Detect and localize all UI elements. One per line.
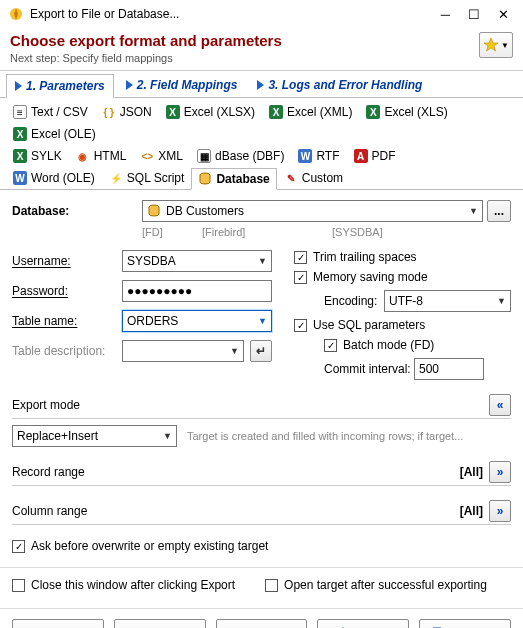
- format-xlsx[interactable]: XExcel (XLSX): [159, 101, 262, 123]
- format-sylk[interactable]: XSYLK: [6, 145, 69, 167]
- password-label: Password:: [12, 284, 122, 298]
- db-meta-sysdba: [SYSDBA]: [332, 226, 383, 238]
- username-label: Username:: [12, 254, 122, 268]
- export-mode-combo[interactable]: Replace+Insert▼: [12, 425, 177, 447]
- format-word-ole[interactable]: WWord (OLE): [6, 167, 102, 189]
- encoding-combo[interactable]: UTF-8▼: [384, 290, 511, 312]
- trim-spaces-checkbox[interactable]: ✓Trim trailing spaces: [294, 250, 511, 264]
- tab-logs[interactable]: 3. Logs and Error Handling: [249, 73, 430, 97]
- arrow-right-icon: [126, 80, 133, 90]
- open-after-export-checkbox[interactable]: Open target after successful exporting: [265, 578, 487, 592]
- password-input[interactable]: ●●●●●●●●●: [122, 280, 272, 302]
- db-meta-fd: [FD]: [142, 226, 202, 238]
- format-custom[interactable]: ✎Custom: [277, 167, 350, 189]
- window-title: Export to File or Database...: [30, 7, 441, 21]
- close-after-export-checkbox[interactable]: Close this window after clicking Export: [12, 578, 235, 592]
- commit-interval-input[interactable]: 500: [414, 358, 484, 380]
- use-sql-params-checkbox[interactable]: ✓Use SQL parameters: [294, 318, 511, 332]
- batch-mode-checkbox[interactable]: ✓Batch mode (FD): [324, 338, 511, 352]
- favorites-button[interactable]: ▼: [479, 32, 513, 58]
- arrow-right-icon: [15, 81, 22, 91]
- page-subtitle: Next step: Specify field mappings: [10, 52, 479, 64]
- tabledesc-action-button[interactable]: ↵: [250, 340, 272, 362]
- record-range-value: [All]: [460, 465, 483, 479]
- close-button[interactable]: ✕: [498, 7, 509, 22]
- username-combo[interactable]: SYSDBA▼: [122, 250, 272, 272]
- export-mode-label: Export mode: [12, 398, 80, 412]
- format-text-csv[interactable]: ≡Text / CSV: [6, 101, 95, 123]
- arrow-right-icon: [257, 80, 264, 90]
- minimize-button[interactable]: ─: [441, 7, 450, 22]
- database-combo[interactable]: DB Customers ▼: [142, 200, 483, 222]
- export-button[interactable]: Export: [317, 619, 409, 628]
- database-icon: [147, 204, 161, 218]
- format-pdf[interactable]: APDF: [347, 145, 403, 167]
- export-mode-desc: Target is created and filled with incomi…: [187, 430, 511, 442]
- db-meta-firebird: [Firebird]: [202, 226, 332, 238]
- svg-marker-1: [484, 38, 498, 51]
- database-icon: [198, 172, 212, 186]
- tools-button[interactable]: Tools▼: [419, 619, 511, 628]
- export-mode-collapse-button[interactable]: «: [489, 394, 511, 416]
- format-xml[interactable]: <>XML: [133, 145, 190, 167]
- star-icon: [483, 37, 499, 53]
- format-dbf[interactable]: ▦dBase (DBF): [190, 145, 291, 167]
- format-rtf[interactable]: WRTF: [291, 145, 346, 167]
- next-button[interactable]: Next: [114, 619, 206, 628]
- tablename-combo[interactable]: ORDERS▼: [122, 310, 272, 332]
- record-range-expand-button[interactable]: »: [489, 461, 511, 483]
- commit-interval-label: Commit interval:: [294, 362, 414, 376]
- format-xls[interactable]: XExcel (XLS): [359, 101, 454, 123]
- ask-overwrite-checkbox[interactable]: ✓Ask before overwrite or empty existing …: [12, 539, 511, 553]
- cancel-button[interactable]: Cancel: [216, 619, 308, 628]
- format-json[interactable]: { }JSON: [95, 101, 159, 123]
- tab-field-mappings[interactable]: 2. Field Mappings: [118, 73, 246, 97]
- database-label: Database:: [12, 204, 142, 218]
- tabledesc-label: Table description:: [12, 344, 122, 358]
- column-range-expand-button[interactable]: »: [489, 500, 511, 522]
- format-sql[interactable]: ⚡SQL Script: [102, 167, 192, 189]
- database-browse-button[interactable]: ...: [487, 200, 511, 222]
- format-excel-xml[interactable]: XExcel (XML): [262, 101, 359, 123]
- record-range-label: Record range: [12, 465, 85, 479]
- column-range-value: [All]: [460, 504, 483, 518]
- format-excel-ole[interactable]: XExcel (OLE): [6, 123, 103, 145]
- maximize-button[interactable]: ☐: [468, 7, 480, 22]
- tab-parameters[interactable]: 1. Parameters: [6, 74, 114, 98]
- format-database[interactable]: Database: [191, 168, 276, 190]
- app-icon: [8, 6, 24, 22]
- encoding-label: Encoding:: [294, 294, 384, 308]
- tabledesc-combo[interactable]: ▼: [122, 340, 244, 362]
- back-button: Back: [12, 619, 104, 628]
- page-title: Choose export format and parameters: [10, 32, 479, 49]
- format-html[interactable]: ◉HTML: [69, 145, 134, 167]
- column-range-label: Column range: [12, 504, 87, 518]
- tablename-label: Table name:: [12, 314, 122, 328]
- memory-saving-checkbox[interactable]: ✓Memory saving mode: [294, 270, 511, 284]
